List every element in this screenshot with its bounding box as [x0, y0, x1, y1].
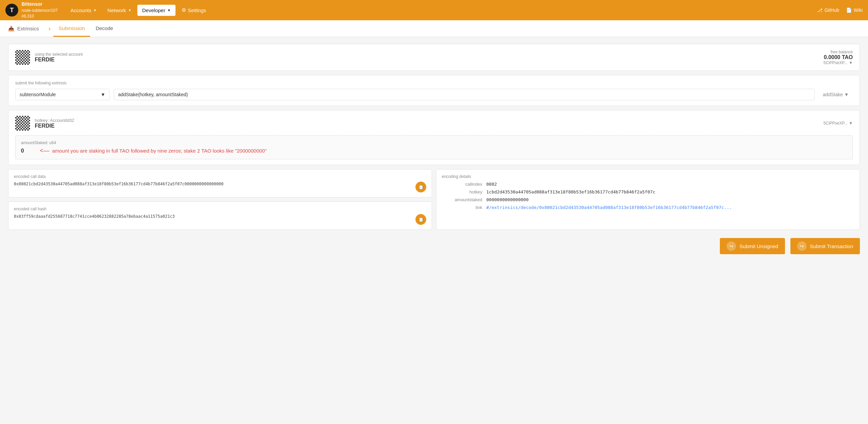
encoding-details-title: encoding details [442, 174, 854, 179]
hotkey-address: 5CiPPseXP... [823, 121, 847, 126]
extrinsics-icon: 📤 [8, 26, 15, 32]
balance-label: free balance [823, 50, 853, 54]
wiki-icon: 📄 [846, 7, 852, 13]
gear-icon: ⚙ [182, 7, 186, 13]
amount-label: amountStaked: u64 [21, 140, 847, 145]
amount-row: 0 <— amount you are staking in full TAO … [21, 147, 847, 154]
encoded-hash-title: encoded call hash [14, 207, 426, 211]
encoding-details-body: callindex 0802 hotkey 1cbd2d43530a44705a… [442, 182, 854, 210]
decode-link[interactable]: #/extrinsics/decode/0x08021cbd2d43530a44… [486, 205, 732, 210]
avatar [15, 50, 30, 65]
submit-transaction-icon: ↪ [797, 241, 807, 251]
extrinsic-card: submit the following extrinsic subtensor… [8, 75, 860, 106]
call-value: addStake(hotkey, amountStaked) [114, 89, 815, 100]
detail-callindex: callindex 0802 [442, 182, 854, 187]
copy-icon: 📋 [418, 184, 424, 190]
call-short: addStake ▼ [819, 89, 853, 100]
logo[interactable]: T Bittensor node-subtensor/107 #6,310 [5, 1, 58, 19]
chevron-down-icon: ▼ [844, 92, 849, 97]
address-dropdown-icon[interactable]: ▼ [849, 60, 853, 65]
account-left: using the selected account FERDIE [15, 50, 83, 65]
github-icon: ⎇ [817, 7, 822, 13]
copy-hash-button[interactable]: 📋 [415, 214, 426, 225]
account-right: free balance 0.0000 TAO 5CiPPseXP... ▼ [823, 50, 853, 65]
hotkey-card: hotkey: AccountId32 FERDIE 5CiPPseXP... … [8, 110, 860, 165]
logo-icon: T [5, 4, 18, 17]
hotkey-dropdown-icon[interactable]: ▼ [849, 121, 853, 126]
wiki-link[interactable]: 📄 Wiki [846, 7, 863, 13]
amount-hint: <— amount you are staking in full TAO fo… [40, 147, 267, 154]
encoded-call-title: encoded call data [14, 174, 426, 179]
chevron-down-icon: ▼ [128, 8, 131, 12]
encoded-call-content: 0x08021cbd2d43530a44705ad088af313e18f80b… [14, 182, 426, 192]
nav-accounts[interactable]: Accounts ▼ [66, 5, 102, 16]
encoded-hash-content: 0x83ff59cdaaafd255687718c7741cce4b062328… [14, 214, 426, 225]
hotkey-avatar [15, 116, 30, 131]
nav-settings[interactable]: ⚙ Settings [177, 4, 211, 16]
chevron-down-icon: ▼ [93, 8, 97, 12]
extrinsic-label: submit the following extrinsic [15, 81, 853, 85]
github-link[interactable]: ⎇ GitHub [817, 7, 839, 13]
hotkey-name: FERDIE [35, 123, 74, 129]
tab-submission[interactable]: Submission [53, 21, 90, 37]
hotkey-header: hotkey: AccountId32 FERDIE 5CiPPseXP... … [15, 116, 853, 131]
submit-transaction-button[interactable]: ↪ Submit Transaction [790, 238, 860, 254]
detail-link: link #/extrinsics/decode/0x08021cbd2d435… [442, 205, 854, 210]
detail-hotkey: hotkey 1cbd2d43530a44705ad088af313e18f80… [442, 189, 854, 194]
chevron-down-icon: ▼ [167, 8, 171, 12]
detail-amountstaked: amountstaked 0000000000000000 [442, 197, 854, 202]
amount-card: amountStaked: u64 0 <— amount you are st… [15, 135, 853, 159]
header-right: ⎇ GitHub 📄 Wiki [817, 7, 863, 13]
secondary-nav: 📤 Extrinsics › Submission Decode [0, 20, 868, 37]
encoded-hash-value: 0x83ff59cdaaafd255687718c7741cce4b062328… [14, 214, 413, 219]
logo-text: Bittensor node-subtensor/107 #6,310 [22, 1, 58, 19]
module-select[interactable]: subtensorModule ▼ [15, 89, 110, 100]
account-info: using the selected account FERDIE [35, 52, 83, 63]
main-content: using the selected account FERDIE free b… [0, 37, 868, 261]
submit-unsigned-button[interactable]: ↪ Submit Unsigned [720, 238, 785, 254]
submit-row: ↪ Submit Unsigned ↪ Submit Transaction [8, 238, 860, 254]
hotkey-info: hotkey: AccountId32 FERDIE [35, 118, 74, 129]
main-nav: Accounts ▼ Network ▼ Developer ▼ ⚙ Setti… [66, 4, 817, 16]
amount-value[interactable]: 0 [21, 148, 34, 154]
nav-developer[interactable]: Developer ▼ [137, 5, 175, 16]
copy-icon: 📋 [418, 217, 424, 222]
account-address: 5CiPPseXP... ▼ [823, 60, 853, 65]
encoded-call-card: encoded call data 0x08021cbd2d43530a4470… [8, 169, 432, 197]
balance-value: 0.0000 TAO [823, 54, 853, 60]
hotkey-label: hotkey: AccountId32 [35, 118, 74, 123]
nav-network[interactable]: Network ▼ [103, 5, 136, 16]
header: T Bittensor node-subtensor/107 #6,310 Ac… [0, 0, 868, 20]
arrow-icon: <— [40, 147, 50, 154]
hotkey-address-row: 5CiPPseXP... ▼ [823, 121, 853, 126]
encoded-call-value: 0x08021cbd2d43530a44705ad088af313e18f80b… [14, 182, 413, 186]
tab-decode[interactable]: Decode [90, 21, 118, 37]
encoded-left-column: encoded call data 0x08021cbd2d43530a4470… [8, 169, 432, 230]
extrinsics-section: 📤 Extrinsics [8, 26, 46, 32]
encoded-grid: encoded call data 0x08021cbd2d43530a4470… [8, 169, 860, 230]
account-label: using the selected account [35, 52, 83, 57]
encoded-hash-card: encoded call hash 0x83ff59cdaaafd2556877… [8, 202, 432, 230]
chevron-down-icon: ▼ [101, 92, 105, 97]
encoding-details-card: encoding details callindex 0802 hotkey 1… [436, 169, 860, 230]
breadcrumb-arrow: › [48, 25, 51, 32]
account-card: using the selected account FERDIE free b… [8, 44, 860, 71]
copy-call-button[interactable]: 📋 [415, 182, 426, 192]
account-name: FERDIE [35, 57, 83, 63]
extrinsic-row: subtensorModule ▼ addStake(hotkey, amoun… [15, 89, 853, 100]
submit-unsigned-icon: ↪ [727, 241, 736, 251]
